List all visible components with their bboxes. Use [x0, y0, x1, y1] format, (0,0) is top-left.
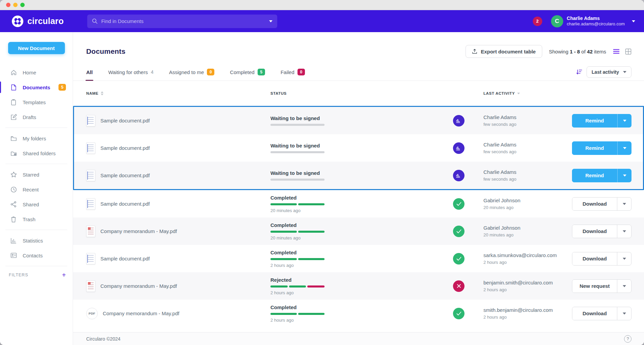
- sidebar-item-starred[interactable]: Starred: [0, 167, 73, 182]
- user-menu-caret-icon[interactable]: [632, 20, 635, 22]
- table-header: NAME STATUS LAST ACTIVITY: [73, 81, 644, 106]
- export-document-table-button[interactable]: Export document table: [466, 45, 542, 58]
- table-row[interactable]: Sample document.pdf Waiting to be signed…: [74, 107, 643, 134]
- sidebar-item-label: Shared folders: [23, 151, 56, 156]
- document-name[interactable]: Company memorandum - May.pdf: [100, 228, 177, 234]
- sort-arrows-icon: [101, 91, 103, 95]
- list-view-toggle[interactable]: [613, 49, 620, 54]
- row-actions-caret[interactable]: [617, 307, 631, 320]
- tab-failed[interactable]: Failed0: [281, 69, 305, 80]
- status-text: Waiting to be signed: [270, 170, 453, 176]
- actor-name: Charlie Adams: [483, 114, 572, 121]
- trash-icon: [10, 216, 17, 223]
- actor-time: few seconds ago: [483, 176, 572, 182]
- table-row[interactable]: Company memorandum - May.pdf Rejected 2 …: [73, 272, 644, 300]
- signature-pending-icon: [453, 142, 464, 154]
- page-title: Documents: [86, 47, 125, 55]
- grid-view-toggle[interactable]: [625, 48, 631, 55]
- tab-all[interactable]: All: [86, 69, 93, 80]
- remind-button[interactable]: Remind: [572, 114, 617, 128]
- sidebar-item-drafts[interactable]: Drafts: [0, 110, 73, 124]
- document-name[interactable]: Company memorandum - May.pdf: [100, 283, 177, 289]
- actor-time: 2 hours ago: [483, 314, 572, 320]
- download-button[interactable]: Download: [572, 225, 617, 238]
- row-actions-caret[interactable]: [617, 280, 631, 293]
- document-name[interactable]: Company memorandum - May.pdf: [103, 310, 179, 316]
- sidebar-item-shared[interactable]: Shared: [0, 197, 73, 212]
- sidebar-item-templates[interactable]: Templates: [0, 95, 73, 110]
- sidebar-item-recent[interactable]: Recent: [0, 182, 73, 197]
- status-time: 20 minutes ago: [270, 235, 453, 240]
- download-button[interactable]: Download: [572, 252, 617, 265]
- sidebar-item-statistics[interactable]: Statistics: [0, 233, 73, 248]
- sidebar-item-label: Trash: [23, 216, 35, 222]
- user-menu[interactable]: C Charlie Adams charlie.adams@circularo.…: [551, 15, 635, 27]
- download-button[interactable]: Download: [572, 198, 617, 210]
- actor-name: benjamin.smith@circularo.com: [483, 279, 572, 286]
- help-button[interactable]: ?: [624, 335, 631, 343]
- sidebar-item-label: Templates: [23, 99, 46, 105]
- table-row[interactable]: Company memorandum - May.pdf Completed 2…: [73, 217, 644, 245]
- sidebar-item-my-folders[interactable]: My folders: [0, 131, 73, 146]
- status-time: 2 hours ago: [270, 318, 453, 323]
- row-actions-caret[interactable]: [617, 169, 631, 182]
- download-button[interactable]: Download: [572, 307, 617, 320]
- row-actions-caret[interactable]: [617, 141, 631, 155]
- search-scope-caret-icon[interactable]: [269, 20, 272, 22]
- sidebar-item-label: Starred: [23, 172, 39, 178]
- sidebar-item-contacts[interactable]: Contacts: [0, 248, 73, 263]
- search-input[interactable]: [101, 18, 269, 24]
- document-name[interactable]: Sample document.pdf: [100, 172, 150, 178]
- document-name[interactable]: Sample document.pdf: [100, 256, 150, 261]
- table-row[interactable]: Sample document.pdf Waiting to be signed…: [74, 162, 643, 189]
- template-icon: [10, 99, 17, 106]
- contacts-icon: [10, 252, 17, 259]
- row-actions-caret[interactable]: [617, 225, 631, 238]
- remind-button[interactable]: Remind: [572, 169, 617, 182]
- minimize-window-button[interactable]: [13, 3, 18, 7]
- column-header-last-activity[interactable]: LAST ACTIVITY: [483, 91, 572, 95]
- document-name[interactable]: Sample document.pdf: [100, 145, 150, 151]
- zoom-window-button[interactable]: [20, 3, 25, 7]
- circularo-logo-icon: [11, 15, 24, 27]
- status-text: Completed: [270, 195, 453, 201]
- sort-descending-icon[interactable]: [576, 69, 582, 75]
- status-time: 20 minutes ago: [270, 208, 453, 213]
- sidebar-item-documents[interactable]: Documents 5: [0, 80, 73, 95]
- document-name[interactable]: Sample document.pdf: [100, 118, 150, 123]
- brand-logo[interactable]: circularo: [11, 15, 64, 27]
- tab-assigned-to-me[interactable]: Assigned to me0: [169, 69, 214, 80]
- table-row[interactable]: Sample document.pdf Completed 2 hours ag…: [73, 245, 644, 272]
- row-actions-caret[interactable]: [617, 198, 631, 210]
- sidebar-item-shared-folders[interactable]: Shared folders: [0, 146, 73, 161]
- remind-button[interactable]: Remind: [572, 141, 617, 155]
- completed-check-icon: [453, 253, 464, 264]
- new-document-button[interactable]: New Document: [8, 42, 65, 54]
- sidebar-item-home[interactable]: Home: [0, 65, 73, 80]
- column-header-name[interactable]: NAME: [86, 91, 270, 95]
- sidebar-item-label: Recent: [23, 187, 39, 192]
- chart-icon: [10, 237, 17, 244]
- sort-by-select[interactable]: Last activity: [587, 66, 631, 78]
- row-actions-caret[interactable]: [617, 252, 631, 265]
- add-filter-button[interactable]: +: [62, 272, 66, 278]
- sort-direction-icon: [517, 93, 520, 94]
- table-row[interactable]: Sample document.pdf Completed 20 minutes…: [73, 190, 644, 217]
- actor-name: Gabriel Johnson: [483, 197, 572, 204]
- showing-summary: Showing 1 - 8 of 42 items: [549, 49, 606, 54]
- sidebar-item-trash[interactable]: Trash: [0, 212, 73, 227]
- table-row[interactable]: PDF Company memorandum - May.pdf Complet…: [73, 300, 644, 327]
- table-row[interactable]: Sample document.pdf Waiting to be signed…: [74, 134, 643, 162]
- tab-waiting-for-others[interactable]: Waiting for others4: [108, 69, 153, 80]
- user-email: charlie.adams@circularo.com: [567, 21, 625, 27]
- search-bar[interactable]: [87, 15, 277, 28]
- folder-icon: [10, 135, 17, 142]
- document-name[interactable]: Sample document.pdf: [100, 201, 150, 207]
- tab-completed[interactable]: Completed5: [230, 69, 265, 80]
- footer: Circularo ©2024 ?: [73, 332, 644, 345]
- new-request-button[interactable]: New request: [572, 280, 617, 293]
- row-actions-caret[interactable]: [617, 114, 631, 128]
- close-window-button[interactable]: [6, 3, 10, 7]
- document-thumbnail-icon: [86, 198, 95, 210]
- notification-badge[interactable]: 2: [533, 17, 542, 26]
